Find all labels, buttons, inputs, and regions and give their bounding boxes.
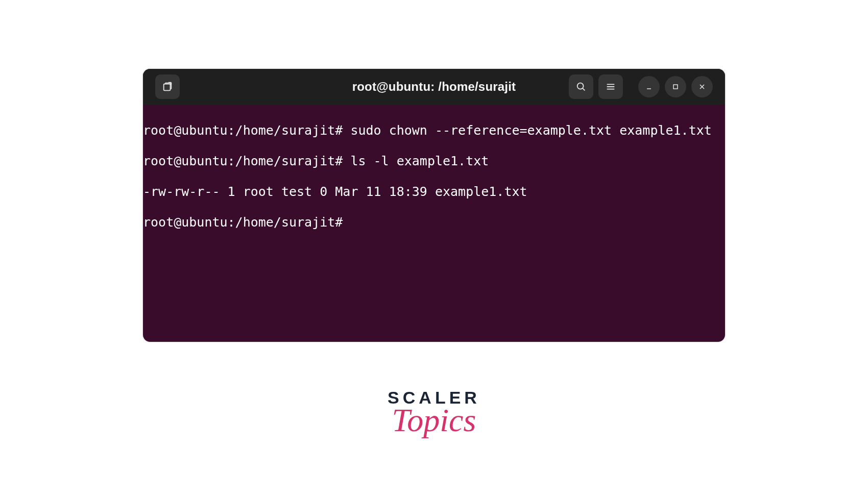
close-button[interactable]	[691, 76, 713, 97]
window-title: root@ubuntu: /home/surajit	[352, 80, 516, 94]
menu-button[interactable]	[598, 74, 623, 99]
new-tab-button[interactable]	[155, 74, 180, 99]
maximize-button[interactable]	[665, 76, 686, 97]
logo-line-2: Topics	[392, 407, 476, 434]
terminal-line: root@ubuntu:/home/surajit# ls -l example…	[143, 154, 725, 169]
terminal-window: root@ubuntu: /home/surajit	[143, 69, 725, 342]
svg-rect-2	[673, 85, 678, 89]
hamburger-icon	[605, 81, 616, 92]
maximize-icon	[671, 83, 680, 91]
scaler-topics-logo: SCALER Topics	[388, 388, 480, 434]
terminal-line: root@ubuntu:/home/surajit#	[143, 215, 725, 230]
minimize-button[interactable]	[638, 76, 660, 97]
terminal-line: root@ubuntu:/home/surajit# sudo chown --…	[143, 123, 725, 138]
search-icon	[575, 81, 587, 92]
minimize-icon	[645, 83, 653, 91]
search-button[interactable]	[569, 74, 593, 99]
titlebar: root@ubuntu: /home/surajit	[143, 69, 725, 105]
svg-point-1	[577, 83, 584, 89]
svg-rect-0	[164, 84, 171, 91]
terminal-body[interactable]: root@ubuntu:/home/surajit# sudo chown --…	[143, 105, 725, 342]
terminal-line: -rw-rw-r-- 1 root test 0 Mar 11 18:39 ex…	[143, 184, 725, 199]
close-icon	[698, 83, 706, 91]
new-tab-icon	[162, 81, 173, 92]
